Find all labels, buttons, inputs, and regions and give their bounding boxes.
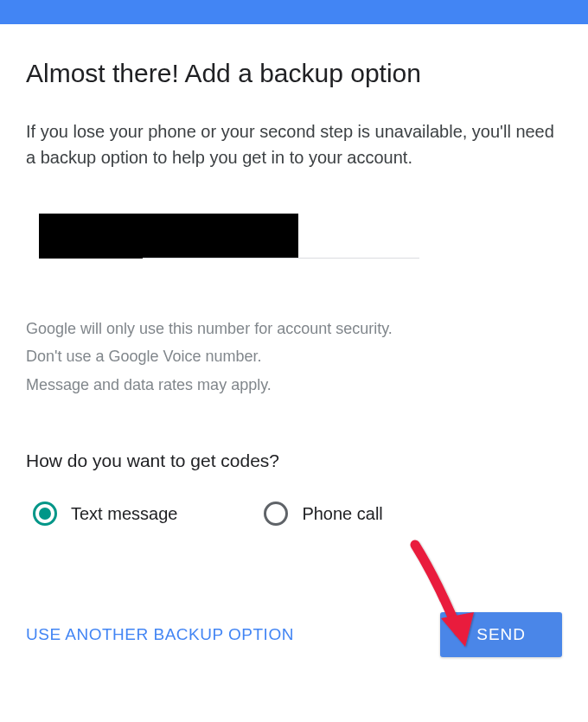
- radio-option-text-message[interactable]: Text message: [33, 502, 177, 526]
- disclaimer-text: Google will only use this number for acc…: [26, 315, 562, 399]
- disclaimer-line-3: Message and data rates may apply.: [26, 371, 562, 399]
- radio-group: Text message Phone call: [26, 502, 562, 526]
- radio-option-phone-call[interactable]: Phone call: [264, 502, 382, 526]
- disclaimer-line-1: Google will only use this number for acc…: [26, 315, 562, 342]
- code-method-question: How do you want to get codes?: [26, 450, 562, 471]
- phone-number-redacted[interactable]: [39, 214, 298, 259]
- main-content: Almost there! Add a backup option If you…: [0, 24, 588, 683]
- top-accent-bar: [0, 0, 588, 24]
- radio-label-text-message: Text message: [71, 504, 177, 524]
- phone-field-container: [26, 214, 562, 259]
- footer-actions: USE ANOTHER BACKUP OPTION SEND: [26, 612, 562, 657]
- send-button[interactable]: SEND: [440, 612, 562, 657]
- disclaimer-line-2: Don't use a Google Voice number.: [26, 342, 562, 370]
- radio-unselected-icon: [264, 502, 288, 526]
- page-title: Almost there! Add a backup option: [26, 59, 562, 88]
- radio-selected-icon: [33, 502, 57, 526]
- radio-label-phone-call: Phone call: [302, 504, 382, 524]
- use-another-backup-link[interactable]: USE ANOTHER BACKUP OPTION: [26, 625, 294, 644]
- description-text: If you lose your phone or your second st…: [26, 118, 562, 170]
- phone-input-underline: [143, 253, 419, 259]
